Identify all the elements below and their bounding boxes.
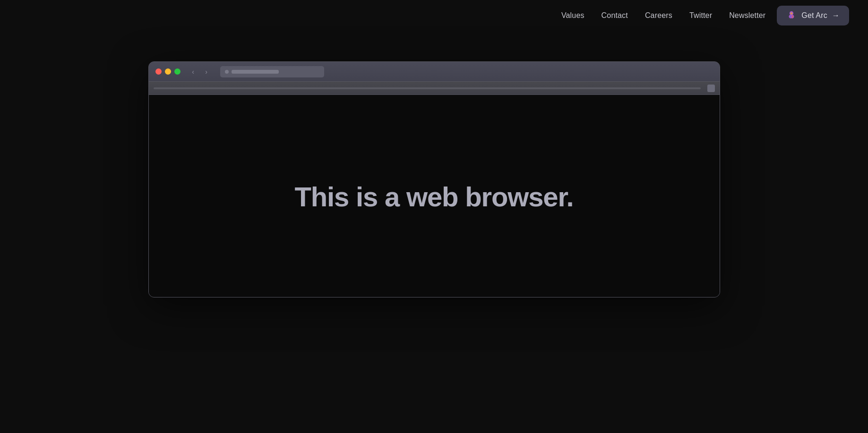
browser-toolbar xyxy=(149,82,720,95)
scrollbar-thumb[interactable] xyxy=(707,85,715,92)
arc-logo-icon xyxy=(786,10,797,21)
nav-item-values[interactable]: Values xyxy=(561,11,584,20)
nav-link-careers[interactable]: Careers xyxy=(645,11,672,19)
address-dot-icon xyxy=(225,70,229,74)
browser-content: This is a web browser. xyxy=(149,95,720,297)
back-button[interactable]: ‹ xyxy=(188,67,198,77)
close-button-dot[interactable] xyxy=(155,68,162,75)
svg-point-0 xyxy=(791,12,793,15)
get-arc-button[interactable]: Get Arc → xyxy=(777,6,849,25)
traffic-lights xyxy=(155,68,180,75)
nav-item-contact[interactable]: Contact xyxy=(602,11,628,20)
get-arc-arrow: → xyxy=(832,11,840,20)
forward-button[interactable]: › xyxy=(201,67,212,77)
browser-hero-text: This is a web browser. xyxy=(294,181,573,212)
nav-link-twitter[interactable]: Twitter xyxy=(689,11,712,19)
nav-item-careers[interactable]: Careers xyxy=(645,11,672,20)
nav-link-contact[interactable]: Contact xyxy=(602,11,628,19)
toolbar-line xyxy=(154,87,701,89)
get-arc-label: Get Arc xyxy=(801,11,827,20)
maximize-button-dot[interactable] xyxy=(174,68,180,75)
browser-window: ‹ › This is a web browser. xyxy=(148,61,720,297)
nav-item-twitter[interactable]: Twitter xyxy=(689,11,712,20)
minimize-button-dot[interactable] xyxy=(165,68,171,75)
address-text-placeholder xyxy=(232,70,279,74)
nav-links: Values Contact Careers Twitter Newslette… xyxy=(561,11,765,20)
browser-nav-buttons: ‹ › xyxy=(188,67,212,77)
nav-link-values[interactable]: Values xyxy=(561,11,584,19)
address-bar[interactable] xyxy=(220,66,324,77)
navbar: Values Contact Careers Twitter Newslette… xyxy=(0,0,868,31)
browser-titlebar: ‹ › xyxy=(149,62,720,82)
nav-item-newsletter[interactable]: Newsletter xyxy=(729,11,765,20)
nav-link-newsletter[interactable]: Newsletter xyxy=(729,11,765,19)
